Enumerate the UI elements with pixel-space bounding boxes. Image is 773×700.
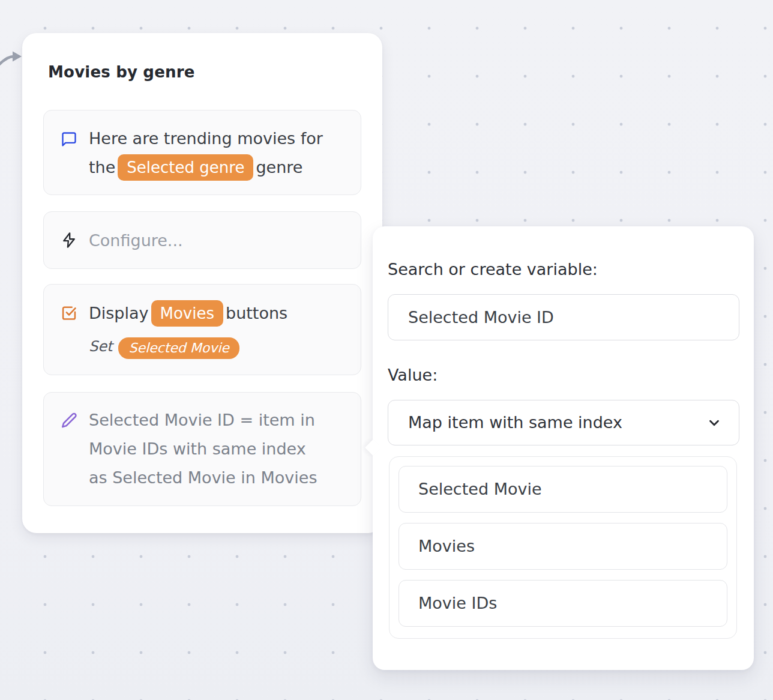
mapping-mode-selected: Map item with same index bbox=[408, 400, 622, 444]
block-send-message[interactable]: Here are trending movies for theSelected… bbox=[43, 110, 361, 195]
pencil-icon bbox=[61, 412, 77, 429]
configure-placeholder: Configure... bbox=[89, 226, 351, 255]
variable-option-movie-ids[interactable]: Movie IDs bbox=[399, 580, 727, 627]
chevron-down-icon bbox=[706, 415, 722, 433]
assign-block-text: Selected Movie ID = item in Movie IDs wi… bbox=[89, 406, 351, 492]
message-block-text: Here are trending movies for theSelected… bbox=[89, 124, 351, 182]
assign-text-line3: as Selected Movie in Movies bbox=[89, 463, 351, 492]
message-text-line1: Here are trending movies for bbox=[89, 129, 323, 148]
display-text-pre: Display bbox=[89, 304, 149, 322]
set-label: Set bbox=[89, 338, 112, 355]
flow-canvas: Movies by genre Here are trending movies… bbox=[0, 0, 773, 700]
zap-icon bbox=[61, 232, 77, 249]
assign-text-line2: Movie IDs with same index bbox=[89, 435, 351, 463]
node-title: Movies by genre bbox=[48, 63, 195, 81]
variable-options-list: Selected Movie Movies Movie IDs bbox=[389, 456, 737, 639]
block-configure[interactable]: Configure... bbox=[43, 211, 361, 269]
variable-chip-movies[interactable]: Movies bbox=[151, 300, 224, 327]
value-label: Value: bbox=[388, 366, 438, 385]
message-text-line2-pre: the bbox=[89, 158, 115, 177]
variable-popover: Search or create variable: Value: Map it… bbox=[373, 226, 754, 670]
variable-chip-selected-genre[interactable]: Selected genre bbox=[118, 154, 253, 181]
assign-text-line1: Selected Movie ID = item in bbox=[89, 406, 351, 435]
configure-block-text: Configure... bbox=[89, 226, 351, 255]
incoming-edge-arrow bbox=[0, 48, 24, 72]
variable-option-movies[interactable]: Movies bbox=[399, 523, 727, 570]
variable-search-input[interactable] bbox=[388, 294, 739, 340]
mapping-mode-dropdown[interactable]: Map item with same index bbox=[388, 400, 739, 445]
node-card-movies-by-genre[interactable]: Movies by genre Here are trending movies… bbox=[22, 33, 382, 533]
variable-option-selected-movie[interactable]: Selected Movie bbox=[399, 466, 727, 513]
checkbox-checked-icon bbox=[61, 304, 77, 321]
message-square-icon bbox=[61, 131, 77, 148]
block-set-variable[interactable]: Selected Movie ID = item in Movie IDs wi… bbox=[43, 392, 361, 506]
message-text-line2-post: genre bbox=[256, 158, 302, 177]
variable-chip-selected-movie[interactable]: Selected Movie bbox=[118, 337, 239, 359]
display-text-post: buttons bbox=[226, 304, 287, 322]
search-or-create-label: Search or create variable: bbox=[388, 260, 598, 279]
display-block-text: DisplayMoviesbuttons SetSelected Movie bbox=[89, 299, 351, 360]
block-display-buttons[interactable]: DisplayMoviesbuttons SetSelected Movie bbox=[43, 284, 361, 375]
